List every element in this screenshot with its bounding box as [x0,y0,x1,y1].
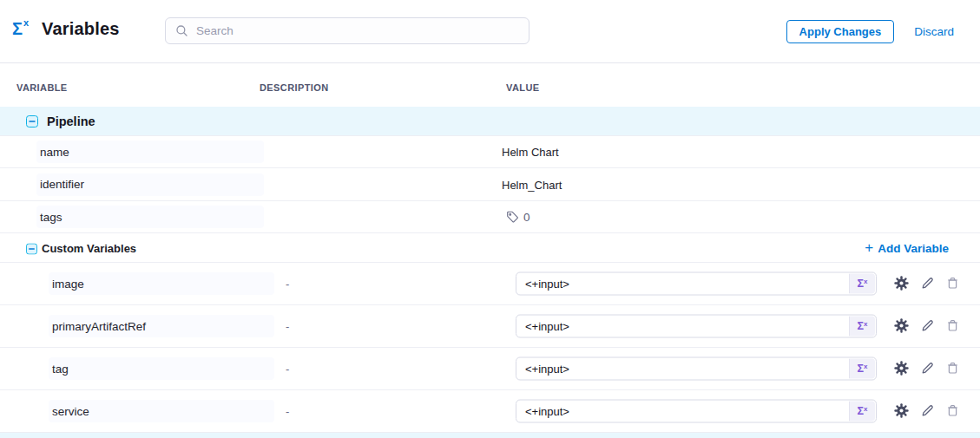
variable-value: Helm_Chart [502,178,562,191]
variable-name-chip[interactable]: tag [49,357,274,380]
edit-pencil-icon[interactable] [920,318,936,334]
table-row: identifier Helm_Chart [0,168,980,201]
add-variable-button[interactable]: + Add Variable [865,240,949,255]
variable-name-label: tag [52,363,69,376]
runtime-input-sigma-icon[interactable]: Σx [849,359,875,379]
variable-name-label: primaryArtifactRef [52,320,146,333]
settings-gear-icon[interactable] [894,403,910,419]
runtime-input-sigma-icon[interactable]: Σx [849,402,875,422]
variable-value-input[interactable]: <+input> Σx [516,400,877,423]
add-variable-label: Add Variable [878,241,949,254]
table-row: name Helm Chart [0,136,980,168]
runtime-input-value: <+input> [525,320,569,333]
variable-value-input[interactable]: <+input> Σx [516,315,877,338]
runtime-input-sigma-icon[interactable]: Σx [849,317,875,337]
variable-name-chip[interactable]: service [49,400,274,422]
delete-trash-icon[interactable] [945,403,961,419]
pipeline-section-label: Pipeline [47,114,95,128]
variable-name-chip[interactable]: primaryArtifactRef [49,315,274,337]
variable-description: - [286,320,289,333]
page-title: Variables [42,19,120,39]
tag-icon [506,211,519,224]
column-header-variable: VARIABLE [16,82,68,93]
column-header-description: DESCRIPTION [260,82,329,93]
search-input[interactable] [196,24,519,37]
table-row: primaryArtifactRef - <+input> Σx [0,305,980,348]
runtime-input-sigma-icon[interactable]: Σx [849,274,875,294]
edit-pencil-icon[interactable] [920,276,936,291]
variable-name-chip[interactable]: identifier [36,173,264,196]
pipeline-section-row[interactable]: Pipeline [0,107,980,136]
variable-name-label: identifier [40,178,84,191]
table-row: tag - <+input> Σx [0,348,980,390]
plus-icon: + [865,239,873,254]
custom-variables-section-label: Custom Variables [42,241,136,254]
collapse-minus-icon[interactable] [26,115,38,127]
table-row: image - <+input> Σx [0,263,980,305]
collapse-minus-icon[interactable] [26,242,37,253]
settings-gear-icon[interactable] [894,361,910,376]
next-section-row-partial [0,433,980,438]
page-header: Σx Variables Apply Changes Discard [0,0,980,63]
variable-value-input[interactable]: <+input> Σx [516,272,877,296]
variable-value: Helm Chart [502,146,559,159]
variable-value-input[interactable]: <+input> Σx [516,357,877,381]
variable-description: - [286,278,289,291]
delete-trash-icon[interactable] [945,361,961,376]
column-header-value: VALUE [506,82,539,93]
custom-variables-section-row[interactable]: Custom Variables + Add Variable [0,233,980,263]
discard-button[interactable]: Discard [914,25,954,38]
variable-name-label: image [52,278,84,291]
search-icon [175,24,188,37]
table-header: VARIABLE DESCRIPTION VALUE [0,63,980,107]
variables-sigma-icon: Σx [12,20,28,37]
delete-trash-icon[interactable] [945,276,961,291]
settings-gear-icon[interactable] [894,318,910,334]
apply-changes-button[interactable]: Apply Changes [786,20,895,43]
runtime-input-value: <+input> [525,363,569,376]
table-row: service - <+input> Σx [0,390,980,433]
runtime-input-value: <+input> [525,278,569,291]
tags-value: 0 [506,211,530,224]
variable-description: - [286,405,289,418]
tag-count: 0 [523,211,530,224]
edit-pencil-icon[interactable] [920,403,936,419]
table-row: tags 0 [0,201,980,233]
search-box[interactable] [165,17,529,44]
variable-name-chip[interactable]: name [36,141,264,163]
variable-name-label: name [40,146,69,159]
variable-name-label: service [52,405,89,418]
variable-name-label: tags [40,211,62,224]
variable-name-chip[interactable]: image [49,272,274,295]
variable-name-chip[interactable]: tags [36,206,264,228]
variable-description: - [286,363,289,376]
header-actions: Apply Changes Discard [786,20,954,43]
edit-pencil-icon[interactable] [920,361,936,376]
runtime-input-value: <+input> [525,405,569,418]
delete-trash-icon[interactable] [945,318,961,334]
settings-gear-icon[interactable] [894,276,910,291]
